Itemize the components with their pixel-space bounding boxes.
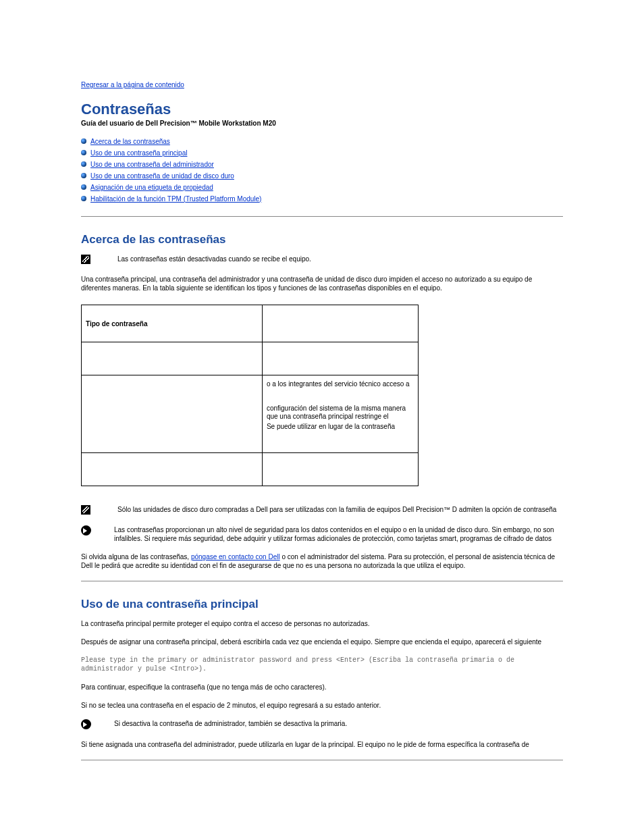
bullet-icon	[81, 138, 86, 144]
page-subtitle: Guía del usuario de Dell Precision™ Mobi…	[81, 120, 563, 127]
code-prompt: Please type in the primary or administra…	[81, 656, 563, 673]
note-icon	[81, 255, 90, 264]
body-paragraph: Una contraseña principal, una contraseña…	[81, 275, 563, 292]
body-paragraph: Si olvida alguna de las contraseñas, pón…	[81, 552, 563, 570]
caution-text: Las contraseñas proporcionan un alto niv…	[114, 525, 563, 543]
table-cell	[82, 375, 263, 453]
caution-text: Si desactiva la contraseña de administra…	[114, 719, 347, 728]
table-cell	[262, 342, 418, 375]
section-heading: Acerca de las contraseñas	[81, 233, 563, 246]
toc-link[interactable]: Asignación de una etiqueta de propiedad	[90, 184, 213, 191]
toc-link[interactable]: Habilitación de la función TPM (Trusted …	[90, 195, 261, 203]
caution-icon	[81, 719, 91, 729]
bullet-icon	[81, 184, 86, 190]
toc-link[interactable]: Uso de una contraseña principal	[90, 149, 187, 157]
back-to-contents-link[interactable]: Regresar a la página de contenido	[81, 81, 184, 88]
divider	[81, 760, 563, 760]
divider	[81, 581, 563, 581]
feature-text: Se puede utilizar en lugar de la contras…	[267, 423, 414, 431]
table-cell	[82, 453, 263, 486]
page-title: Contraseñas	[81, 101, 563, 118]
contact-dell-link[interactable]: póngase en contacto con Dell	[191, 553, 280, 561]
toc-link[interactable]: Uso de una contraseña del administrador	[90, 161, 214, 168]
table-cell	[82, 342, 263, 375]
body-paragraph: La contraseña principal permite proteger…	[81, 619, 563, 628]
feature-text: o a los integrantes del servicio técnico…	[267, 380, 414, 388]
note-text: Las contraseñas están desactivadas cuand…	[117, 255, 311, 263]
text-fragment: Si olvida alguna de las contraseñas,	[81, 553, 191, 561]
toc-link[interactable]: Acerca de las contraseñas	[90, 138, 170, 145]
password-types-table: Tipo de contraseña o a los integrantes d…	[81, 305, 419, 486]
feature-text: configuración del sistema de la misma ma…	[267, 405, 414, 421]
table-cell	[262, 453, 418, 486]
toc-link[interactable]: Uso de una contraseña de unidad de disco…	[90, 172, 234, 180]
section-heading: Uso de una contraseña principal	[81, 598, 563, 611]
divider	[81, 216, 563, 217]
caution-icon	[81, 525, 91, 536]
body-paragraph: Si tiene asignada una contraseña del adm…	[81, 740, 563, 749]
bullet-icon	[81, 173, 86, 178]
bullet-icon	[81, 196, 86, 201]
note-icon	[81, 505, 90, 515]
bullet-icon	[81, 150, 86, 155]
toc-list: Acerca de las contraseñas Uso de una con…	[81, 136, 563, 204]
note-text: Sólo las unidades de disco duro comprada…	[117, 505, 556, 514]
body-paragraph: Para continuar, especifique la contraseñ…	[81, 683, 563, 692]
bullet-icon	[81, 161, 86, 167]
body-paragraph: Si no se teclea una contraseña en el esp…	[81, 701, 563, 710]
document-page: Regresar a la página de contenido Contra…	[0, 0, 644, 817]
table-header-type: Tipo de contraseña	[82, 305, 263, 342]
table-cell: o a los integrantes del servicio técnico…	[262, 375, 418, 453]
body-paragraph: Después de asignar una contraseña princi…	[81, 637, 563, 646]
table-header-features	[262, 305, 418, 342]
